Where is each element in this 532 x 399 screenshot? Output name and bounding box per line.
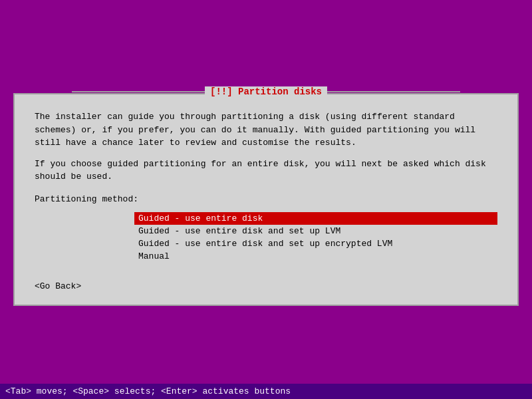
description-para2: If you choose guided partitioning for an… — [35, 158, 497, 184]
title-line-left — [72, 91, 205, 92]
title-line-right — [327, 91, 460, 92]
go-back-button[interactable]: <Go Back> — [35, 281, 81, 291]
option-item[interactable]: Manual — [134, 250, 497, 263]
dialog-content: The installer can guide you through part… — [15, 94, 517, 305]
option-item[interactable]: Guided - use entire disk and set up LVM — [134, 225, 497, 237]
description-para1: The installer can guide you through part… — [35, 110, 497, 150]
partition-method-label: Partitioning method: — [35, 194, 497, 204]
dialog: [!!] Partition disks The installer can g… — [13, 93, 519, 306]
option-item[interactable]: Guided - use entire disk and set up encr… — [134, 237, 497, 250]
dialog-title: [!!] Partition disks — [205, 86, 327, 97]
options-list: Guided - use entire disk Guided - use en… — [134, 212, 497, 263]
status-bar: <Tab> moves; <Space> selects; <Enter> ac… — [0, 384, 532, 399]
description: The installer can guide you through part… — [35, 110, 497, 184]
option-item[interactable]: Guided - use entire disk — [134, 212, 497, 225]
title-bar: [!!] Partition disks — [72, 86, 460, 97]
screen: [!!] Partition disks The installer can g… — [0, 0, 532, 399]
